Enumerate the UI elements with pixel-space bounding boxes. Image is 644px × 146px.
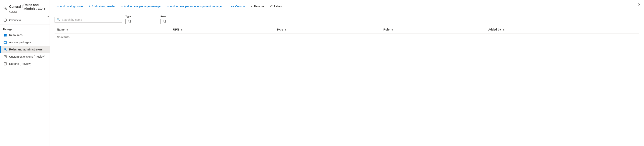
search-box[interactable]: 🔍: [54, 17, 122, 23]
reports-label: Reports (Preview): [9, 62, 32, 65]
type-sort-icon: ⇅: [285, 29, 286, 31]
column-header-role[interactable]: Role ⇅: [381, 26, 486, 33]
column-header-name[interactable]: Name ⇅: [54, 26, 171, 33]
custom-extensions-label: Custom extensions (Preview): [9, 55, 46, 58]
role-filter-label: Role: [160, 15, 192, 18]
search-icon: 🔍: [57, 18, 60, 21]
roles-administrators-icon: [3, 48, 7, 51]
access-packages-icon: [3, 40, 7, 44]
no-results-text: No results: [54, 33, 639, 41]
filters-row: 🔍 Type All ⌄ Role All ⌄: [54, 12, 639, 26]
refresh-label: Refresh: [274, 5, 284, 8]
role-filter-value: All: [163, 20, 166, 23]
reports-icon: [3, 62, 7, 66]
svg-rect-6: [6, 34, 6, 35]
add-catalog-owner-button[interactable]: + Add catalog owner: [54, 4, 86, 9]
role-filter-chevron-icon: ⌄: [188, 20, 190, 23]
type-filter-label: Type: [126, 15, 157, 18]
type-filter-select[interactable]: All ⌄: [126, 19, 157, 24]
access-packages-label: Access packages: [9, 41, 31, 44]
add-catalog-owner-label: Add catalog owner: [60, 5, 83, 8]
role-sort-icon: ⇅: [392, 29, 393, 31]
sidebar: General | Roles and administrators ··· C…: [0, 0, 50, 146]
add-access-package-assignment-manager-icon: +: [167, 5, 169, 8]
remove-button[interactable]: ✕ Remove: [248, 4, 267, 9]
svg-rect-8: [6, 35, 6, 37]
roles-administrators-label: Roles and administrators: [9, 48, 42, 51]
column-label: Column: [235, 5, 245, 8]
sidebar-item-custom-extensions[interactable]: Custom extensions (Preview): [0, 53, 50, 60]
column-header-added-by[interactable]: Added by ⇅: [486, 26, 639, 33]
column-button[interactable]: ≡≡ Column: [228, 4, 247, 9]
role-filter-group: Role All ⌄: [160, 15, 192, 24]
remove-label: Remove: [254, 5, 264, 8]
name-sort-icon: ⇅: [66, 29, 68, 31]
sidebar-item-reports[interactable]: Reports (Preview): [0, 60, 50, 67]
sidebar-item-roles-administrators[interactable]: Roles and administrators: [0, 46, 50, 53]
search-input[interactable]: [62, 18, 120, 21]
add-access-package-manager-button[interactable]: + Add access package manager: [118, 4, 164, 9]
header-title: General: [9, 5, 21, 9]
add-catalog-reader-button[interactable]: + Add catalog reader: [86, 4, 118, 9]
add-catalog-owner-icon: +: [57, 5, 59, 8]
overview-label: Overview: [9, 19, 21, 22]
added-by-sort-icon: ⇅: [503, 29, 504, 31]
refresh-button[interactable]: ↺ Refresh: [268, 3, 286, 9]
column-icon: ≡≡: [231, 5, 234, 8]
resources-icon: [3, 33, 7, 37]
add-access-package-assignment-manager-label: Add access package assignment manager: [170, 5, 223, 8]
table-header-row: Name ⇅ UPN ⇅ Type ⇅ Role: [54, 26, 639, 33]
svg-rect-7: [4, 35, 5, 37]
column-header-type[interactable]: Type ⇅: [274, 26, 381, 33]
header-separator: |: [22, 5, 23, 9]
type-filter-chevron-icon: ⌄: [153, 20, 155, 23]
column-header-upn[interactable]: UPN ⇅: [171, 26, 274, 33]
header-subtitle-page: Roles and administrators: [24, 3, 46, 10]
results-table: Name ⇅ UPN ⇅ Type ⇅ Role: [54, 26, 639, 41]
role-filter-select[interactable]: All ⌄: [160, 19, 192, 24]
type-filter-group: Type All ⌄: [126, 15, 157, 24]
overview-icon: [3, 18, 7, 22]
main-content: « + Add catalog owner + Add catalog read…: [50, 0, 644, 146]
svg-point-4: [5, 19, 6, 20]
toolbar: + Add catalog owner + Add catalog reader…: [54, 0, 639, 12]
custom-extensions-icon: [3, 55, 7, 59]
svg-rect-9: [4, 42, 6, 44]
catalog-icon: [3, 6, 7, 11]
type-filter-value: All: [128, 20, 131, 23]
sidebar-item-access-packages[interactable]: Access packages: [0, 39, 50, 46]
resources-label: Resources: [9, 34, 22, 37]
header-catalog-label: Catalog: [9, 10, 50, 13]
add-catalog-reader-icon: +: [88, 5, 90, 8]
table-container: Name ⇅ UPN ⇅ Type ⇅ Role: [54, 26, 639, 146]
sidebar-item-overview[interactable]: Overview: [0, 17, 50, 24]
upn-sort-icon: ⇅: [181, 29, 182, 31]
table-row-no-results: No results: [54, 33, 639, 41]
toolbar-separator: [226, 4, 227, 9]
manage-section-label: Manage: [0, 26, 50, 32]
sidebar-nav: Overview Manage Resources: [0, 15, 50, 69]
svg-rect-5: [4, 34, 5, 35]
add-access-package-manager-label: Add access package manager: [124, 5, 161, 8]
add-access-package-assignment-manager-button[interactable]: + Add access package assignment manager: [165, 4, 225, 9]
refresh-icon: ↺: [270, 5, 272, 8]
collapse-sidebar-button[interactable]: «: [50, 14, 50, 19]
close-button[interactable]: ✕: [638, 3, 641, 7]
sidebar-item-resources[interactable]: Resources: [0, 32, 50, 39]
add-access-package-manager-icon: +: [121, 5, 123, 8]
add-catalog-reader-label: Add catalog reader: [92, 5, 115, 8]
sidebar-header: General | Roles and administrators ··· C…: [0, 0, 50, 15]
svg-point-10: [4, 48, 6, 50]
remove-icon: ✕: [250, 5, 253, 8]
